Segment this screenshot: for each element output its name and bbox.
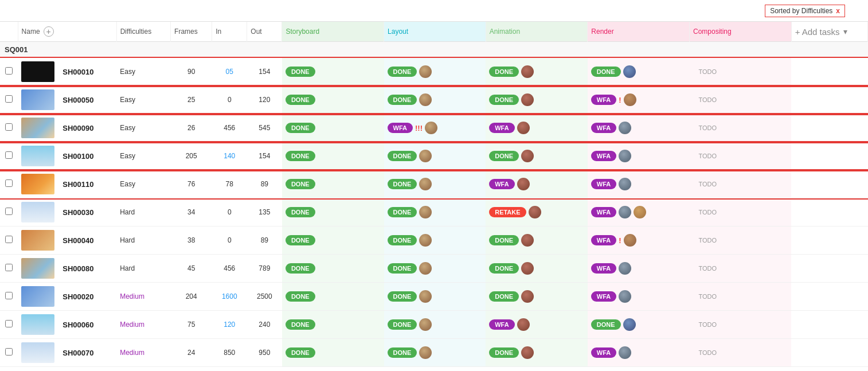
task-cell-td-anim[interactable]: WFA xyxy=(486,311,588,339)
task-cell-td-rend[interactable]: DONE xyxy=(588,58,690,86)
collapse-chevron-button[interactable]: ▾ xyxy=(843,27,847,36)
task-cell-td-comp[interactable]: TODO xyxy=(690,142,792,170)
shot-name[interactable]: SH00080 xyxy=(59,255,116,283)
task-cell-td-sb[interactable]: DONE xyxy=(282,255,384,283)
row-checkbox-cell[interactable] xyxy=(0,311,18,339)
task-cell-td-lay[interactable]: WFA!!! xyxy=(384,114,486,142)
row-checkbox-cell[interactable] xyxy=(0,255,18,283)
task-cell-td-sb[interactable]: DONE xyxy=(282,86,384,114)
th-add-tasks[interactable]: + Add tasks ▾ xyxy=(791,22,867,42)
row-checkbox[interactable] xyxy=(5,320,13,327)
shot-name[interactable]: SH00090 xyxy=(59,114,116,142)
table-row[interactable]: SH00080Hard45456789DONEDONEDONEWFATODO xyxy=(0,255,868,283)
task-cell-td-anim[interactable]: DONE xyxy=(486,58,588,86)
task-cell-td-sb[interactable]: DONE xyxy=(282,283,384,311)
task-cell-td-lay[interactable]: DONE xyxy=(384,198,486,226)
shot-name[interactable]: SH00100 xyxy=(59,142,116,170)
task-cell-td-sb[interactable]: DONE xyxy=(282,58,384,86)
row-checkbox-cell[interactable] xyxy=(0,339,18,367)
shot-name[interactable]: SH00030 xyxy=(59,198,116,226)
sorted-by-difficulties-badge[interactable]: Sorted by Difficulties x xyxy=(765,5,845,17)
shot-name[interactable]: SH00010 xyxy=(59,58,116,86)
shot-name[interactable]: SH00040 xyxy=(59,226,116,255)
task-cell-td-rend[interactable]: WFA! xyxy=(588,226,690,255)
task-cell-td-lay[interactable]: DONE xyxy=(384,311,486,339)
row-checkbox-cell[interactable] xyxy=(0,114,18,142)
row-checkbox[interactable] xyxy=(5,264,13,271)
table-row[interactable]: SH00060Medium75120240DONEDONEWFADONETODO xyxy=(0,311,868,339)
task-cell-td-lay[interactable]: DONE xyxy=(384,339,486,367)
row-checkbox[interactable] xyxy=(5,95,13,103)
close-sort-icon[interactable]: x xyxy=(836,7,840,15)
row-checkbox-cell[interactable] xyxy=(0,283,18,311)
task-cell-td-comp[interactable]: TODO xyxy=(690,86,792,114)
task-cell-td-anim[interactable]: DONE xyxy=(486,283,588,311)
table-row[interactable]: SH00070Medium24850950DONEDONEDONEWFATODO xyxy=(0,339,868,367)
table-row[interactable]: SH00110Easy767889DONEDONEWFAWFATODO xyxy=(0,170,868,198)
task-cell-td-rend[interactable]: WFA xyxy=(588,339,690,367)
table-row[interactable]: SH00020Medium20416002500DONEDONEDONEWFAT… xyxy=(0,283,868,311)
row-checkbox-cell[interactable] xyxy=(0,226,18,255)
row-checkbox-cell[interactable] xyxy=(0,58,18,86)
row-checkbox[interactable] xyxy=(5,348,13,356)
task-cell-td-comp[interactable]: TODO xyxy=(690,311,792,339)
task-cell-td-rend[interactable]: WFA xyxy=(588,114,690,142)
task-cell-td-anim[interactable]: DONE xyxy=(486,142,588,170)
row-checkbox[interactable] xyxy=(5,151,13,159)
task-cell-td-anim[interactable]: DONE xyxy=(486,86,588,114)
task-cell-td-sb[interactable]: DONE xyxy=(282,311,384,339)
shot-name[interactable]: SH00060 xyxy=(59,311,116,339)
task-cell-td-comp[interactable]: TODO xyxy=(690,283,792,311)
task-cell-td-comp[interactable]: TODO xyxy=(690,170,792,198)
shot-name[interactable]: SH00020 xyxy=(59,283,116,311)
row-checkbox-cell[interactable] xyxy=(0,170,18,198)
task-cell-td-sb[interactable]: DONE xyxy=(282,142,384,170)
task-cell-td-lay[interactable]: DONE xyxy=(384,142,486,170)
table-row[interactable]: SH00010Easy9005154DONEDONEDONEDONETODO xyxy=(0,58,868,86)
task-cell-td-anim[interactable]: DONE xyxy=(486,255,588,283)
row-checkbox-cell[interactable] xyxy=(0,198,18,226)
task-cell-td-anim[interactable]: DONE xyxy=(486,339,588,367)
add-tasks-button[interactable]: + Add tasks xyxy=(795,27,840,37)
task-cell-td-rend[interactable]: WFA xyxy=(588,255,690,283)
task-cell-td-rend[interactable]: WFA! xyxy=(588,86,690,114)
task-cell-td-comp[interactable]: TODO xyxy=(690,198,792,226)
table-row[interactable]: SH00100Easy205140154DONEDONEDONEWFATODO xyxy=(0,142,868,170)
row-checkbox-cell[interactable] xyxy=(0,142,18,170)
task-cell-td-lay[interactable]: DONE xyxy=(384,283,486,311)
table-row[interactable]: SH00040Hard38089DONEDONEDONEWFA!TODO xyxy=(0,226,868,255)
shot-name[interactable]: SH00050 xyxy=(59,86,116,114)
task-cell-td-rend[interactable]: DONE xyxy=(588,311,690,339)
task-cell-td-comp[interactable]: TODO xyxy=(690,255,792,283)
shot-name[interactable]: SH00110 xyxy=(59,170,116,198)
task-cell-td-sb[interactable]: DONE xyxy=(282,226,384,255)
task-cell-td-lay[interactable]: DONE xyxy=(384,255,486,283)
task-cell-td-anim[interactable]: RETAKE xyxy=(486,198,588,226)
task-cell-td-comp[interactable]: TODO xyxy=(690,114,792,142)
task-cell-td-comp[interactable]: TODO xyxy=(690,339,792,367)
task-cell-td-lay[interactable]: DONE xyxy=(384,86,486,114)
row-checkbox[interactable] xyxy=(5,67,13,75)
task-cell-td-anim[interactable]: WFA xyxy=(486,170,588,198)
row-checkbox[interactable] xyxy=(5,179,13,187)
task-cell-td-lay[interactable]: DONE xyxy=(384,170,486,198)
task-cell-td-sb[interactable]: DONE xyxy=(282,339,384,367)
task-cell-td-rend[interactable]: WFA xyxy=(588,170,690,198)
task-cell-td-rend[interactable]: WFA xyxy=(588,283,690,311)
task-cell-td-comp[interactable]: TODO xyxy=(690,58,792,86)
task-cell-td-lay[interactable]: DONE xyxy=(384,226,486,255)
task-cell-td-sb[interactable]: DONE xyxy=(282,198,384,226)
table-row[interactable]: SH00090Easy26456545DONEWFA!!!WFAWFATODO xyxy=(0,114,868,142)
task-cell-td-rend[interactable]: WFA xyxy=(588,142,690,170)
shot-name[interactable]: SH00070 xyxy=(59,339,116,367)
row-checkbox[interactable] xyxy=(5,123,13,131)
task-cell-td-lay[interactable]: DONE xyxy=(384,58,486,86)
row-checkbox[interactable] xyxy=(5,208,13,215)
task-cell-td-rend[interactable]: WFA xyxy=(588,198,690,226)
row-checkbox[interactable] xyxy=(5,292,13,299)
task-cell-td-anim[interactable]: DONE xyxy=(486,226,588,255)
task-cell-td-anim[interactable]: WFA xyxy=(486,114,588,142)
table-row[interactable]: SH00050Easy250120DONEDONEDONEWFA!TODO xyxy=(0,86,868,114)
add-column-icon[interactable]: + xyxy=(44,26,54,37)
task-cell-td-sb[interactable]: DONE xyxy=(282,114,384,142)
